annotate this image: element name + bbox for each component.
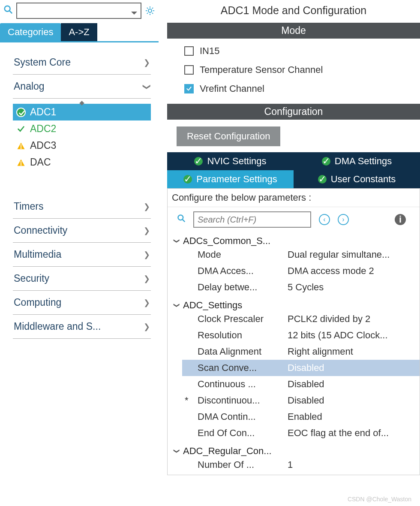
param-row[interactable]: *Discontinuou...Disabled (182, 392, 420, 409)
warning-icon (16, 141, 26, 151)
peripheral-dac[interactable]: DAC (13, 154, 151, 171)
search-icon[interactable] (3, 5, 13, 17)
param-row[interactable]: Scan Conve...Disabled (182, 360, 420, 376)
cat-analog[interactable]: Analog ❯ (13, 75, 151, 99)
param-group: ❯ADCs_Common_S...ModeDual regular simult… (172, 233, 420, 297)
parameter-tree: ❯ADCs_Common_S...ModeDual regular simult… (168, 232, 420, 475)
param-group: ❯ADC_Regular_Con...Number Of ...1 (172, 443, 420, 475)
tab-user-constants[interactable]: ✓ User Constants (294, 170, 420, 188)
chevron-down-icon: ❯ (174, 238, 180, 244)
param-row[interactable]: ModeDual regular simultane... (182, 247, 420, 263)
svg-point-7 (178, 215, 183, 220)
param-value: PCLK2 divided by 2 (288, 313, 417, 325)
checkbox-icon[interactable] (184, 46, 194, 56)
sort-icon[interactable] (13, 99, 151, 104)
tab-parameter-settings[interactable]: ✓ Parameter Settings (167, 170, 294, 188)
param-name: Clock Prescaler (198, 313, 288, 325)
tab-nvic-settings[interactable]: ✓ NVIC Settings (167, 152, 294, 170)
param-row[interactable]: Clock PrescalerPCLK2 divided by 2 (182, 311, 420, 327)
tab-categories[interactable]: Categories (0, 23, 61, 41)
cfg-tabs-row1: ✓ NVIC Settings ✓ DMA Settings (167, 152, 420, 170)
param-row[interactable]: Continuous ...Disabled (182, 376, 420, 392)
tab-label: Parameter Settings (196, 174, 277, 185)
cat-timers[interactable]: Timers ❯ (13, 195, 151, 219)
category-label: Multimedia (14, 249, 61, 260)
option-label: Temperature Sensor Channel (200, 64, 323, 75)
category-label: Analog (14, 81, 45, 92)
param-value: Enabled (288, 411, 417, 422)
param-row[interactable]: Data AlignmentRight alignment (182, 343, 420, 360)
param-group-name: ADC_Settings (183, 300, 242, 311)
cat-computing[interactable]: Computing ❯ (13, 291, 151, 315)
chevron-right-icon: ❯ (144, 298, 150, 307)
param-value: Dual regular simultane... (288, 249, 417, 260)
next-button[interactable]: › (338, 214, 349, 225)
cfg-tabs-row2: ✓ Parameter Settings ✓ User Constants (167, 170, 420, 188)
tab-dma-settings[interactable]: ✓ DMA Settings (294, 152, 420, 170)
svg-point-2 (148, 9, 152, 12)
cat-connectivity[interactable]: Connectivity ❯ (13, 219, 151, 243)
watermark: CSDN @Chole_Waston (348, 496, 411, 503)
param-row[interactable]: DMA Contin...Enabled (182, 409, 420, 425)
mode-options: IN15 Temperature Sensor Channel Vrefint … (167, 39, 420, 104)
checkbox-icon[interactable] (184, 65, 194, 75)
prev-button[interactable]: ‹ (319, 214, 330, 225)
param-row[interactable]: Number Of ...1 (182, 457, 420, 473)
chevron-right-icon: ❯ (144, 58, 150, 67)
cat-middleware[interactable]: Middleware and S... ❯ (13, 315, 151, 339)
tab-az[interactable]: A->Z (61, 23, 97, 41)
tab-label: NVIC Settings (207, 156, 266, 167)
param-row[interactable]: Resolution12 bits (15 ADC Clock... (182, 327, 420, 343)
reset-configuration-button[interactable]: Reset Configuration (177, 126, 280, 146)
chevron-down-icon: ❯ (174, 449, 180, 454)
peripheral-adc3[interactable]: ADC3 (13, 137, 151, 154)
param-name: Data Alignment (198, 346, 288, 357)
mode-option-in15[interactable]: IN15 (184, 45, 420, 57)
cat-system-core[interactable]: System Core ❯ (13, 51, 151, 75)
gear-icon[interactable] (145, 6, 155, 16)
param-row[interactable]: End Of Con...EOC flag at the end of... (182, 425, 420, 441)
option-label: Vrefint Channel (200, 83, 264, 94)
tab-label: DMA Settings (335, 156, 392, 167)
param-search-input[interactable] (193, 211, 311, 228)
mode-option-temperature[interactable]: Temperature Sensor Channel (184, 64, 420, 75)
param-name: Mode (198, 249, 288, 260)
main-panel: ADC1 Mode and Configuration Mode IN15 Te… (167, 0, 420, 506)
chevron-right-icon: ❯ (144, 226, 150, 235)
param-value: Right alignment (288, 346, 417, 357)
param-row[interactable]: DMA Acces...DMA access mode 2 (182, 263, 420, 279)
svg-point-0 (5, 6, 10, 12)
chevron-right-icon: ❯ (144, 322, 150, 331)
param-name: Scan Conve... (198, 362, 288, 373)
checkbox-checked-icon[interactable] (184, 84, 194, 93)
peripheral-label: ADC3 (30, 140, 56, 151)
cat-security[interactable]: Security ❯ (13, 267, 151, 291)
search-row (0, 0, 159, 22)
category-list: System Core ❯ Analog ❯ ADC1 ADC2 ADC3 (0, 41, 159, 339)
parameters-panel: Configure the below parameters : ‹ › i ❯… (167, 188, 420, 475)
mode-option-vrefint[interactable]: Vrefint Channel (184, 83, 420, 94)
param-list: Clock PrescalerPCLK2 divided by 2Resolut… (174, 311, 420, 441)
cat-multimedia[interactable]: Multimedia ❯ (13, 243, 151, 267)
category-label: Middleware and S... (14, 321, 101, 332)
search-dropdown[interactable] (16, 3, 141, 19)
sidebar: Categories A->Z System Core ❯ Analog ❯ A… (0, 0, 159, 506)
warning-icon (16, 158, 26, 167)
peripheral-label: ADC1 (30, 106, 56, 118)
check-circle-icon: ✓ (183, 175, 192, 184)
param-name: Continuous ... (198, 379, 288, 390)
info-icon[interactable]: i (395, 214, 406, 225)
search-icon[interactable] (177, 214, 186, 225)
param-value: 12 bits (15 ADC Clock... (288, 330, 417, 341)
param-group-header[interactable]: ❯ADCs_Common_S... (174, 235, 420, 247)
check-circle-icon: ✓ (318, 175, 327, 184)
param-name: DMA Acces... (198, 265, 288, 277)
peripheral-label: DAC (30, 157, 51, 168)
param-name: Discontinuou... (198, 395, 288, 406)
param-row[interactable]: Delay betwe...5 Cycles (182, 279, 420, 295)
param-group-name: ADC_Regular_Con... (183, 446, 272, 457)
peripheral-adc2[interactable]: ADC2 (13, 120, 151, 137)
option-label: IN15 (200, 45, 219, 57)
param-group-header[interactable]: ❯ADC_Regular_Con... (174, 446, 420, 457)
param-group-header[interactable]: ❯ADC_Settings (174, 300, 420, 311)
